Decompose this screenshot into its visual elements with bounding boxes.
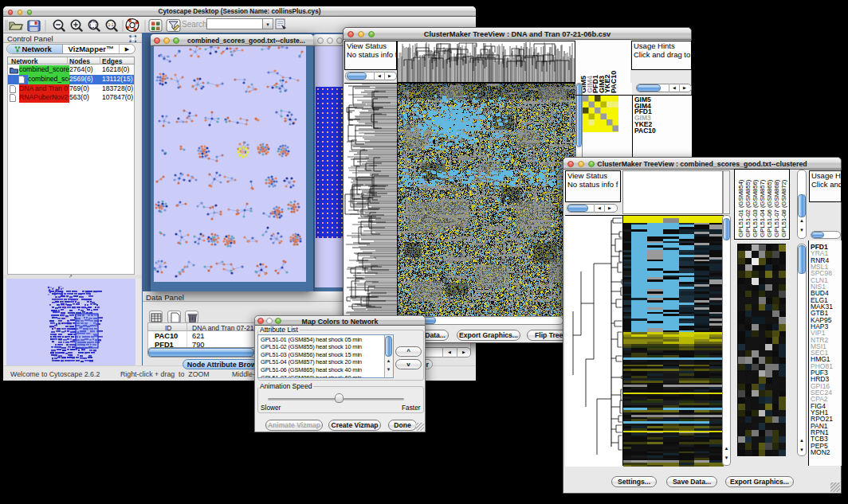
- svg-text:GPL51-07 (GSM868): GPL51-07 (GSM868): [773, 179, 780, 237]
- svg-text:1:1: 1:1: [108, 22, 114, 27]
- svg-text:GPL51-06 (GSM865): GPL51-06 (GSM865): [766, 179, 773, 237]
- svg-text:GPL51-01 (GSM854): GPL51-01 (GSM854): [737, 179, 744, 237]
- svg-text:GPL51-04 (GSM857): GPL51-04 (GSM857): [759, 179, 766, 237]
- svg-text:GPL51-03 (GSM856): GPL51-03 (GSM856): [752, 179, 759, 237]
- svg-text:GPL51-02 (GSM855): GPL51-02 (GSM855): [744, 179, 752, 237]
- svg-text:GPL51-08 (GSM872): GPL51-08 (GSM872): [780, 179, 787, 237]
- svg-text:PAC10: PAC10: [610, 71, 618, 93]
